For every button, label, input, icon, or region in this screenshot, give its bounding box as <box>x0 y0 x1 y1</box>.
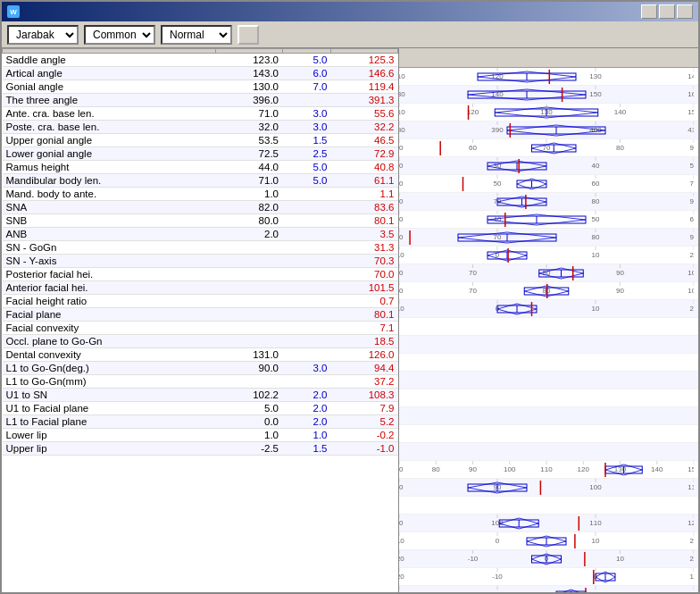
cell-label: Occl. plane to Go-Gn <box>3 335 216 348</box>
chart-svg: 110120130140 <box>399 68 694 86</box>
cell-mean: 44.0 <box>215 161 282 174</box>
chart-header <box>399 48 698 68</box>
cell-mean: 143.0 <box>215 67 282 80</box>
svg-text:130: 130 <box>589 72 602 80</box>
cell-case: 146.6 <box>331 67 398 80</box>
table-row: Saddle angle 123.0 5.0 125.3 <box>3 54 398 67</box>
data-table-area: Saddle angle 123.0 5.0 125.3 Artical ang… <box>2 48 399 592</box>
table-row: Anterior facial hei. 101.5 <box>3 281 398 295</box>
svg-text:70: 70 <box>690 180 694 188</box>
chart-row: -20-10010 <box>399 586 698 592</box>
svg-text:130: 130 <box>399 90 405 98</box>
cell-label: Saddle angle <box>3 54 216 67</box>
title-bar-left: W <box>7 5 23 18</box>
cell-label: SN - GoGn <box>3 241 216 255</box>
cell-label: Lower lip <box>3 429 216 442</box>
svg-text:20: 20 <box>690 555 694 563</box>
cell-label: Facial height ratio <box>3 295 216 308</box>
svg-text:100: 100 <box>688 269 694 277</box>
main-window: W Jarabak Common Normal <box>0 0 700 594</box>
cell-sd: 3.0 <box>282 107 331 121</box>
svg-text:80: 80 <box>399 483 404 491</box>
cell-label: Poste. cra. base len. <box>3 121 216 134</box>
cell-case: 18.5 <box>331 335 398 348</box>
chart-row: 110120130140150 <box>399 104 698 121</box>
chart-row: 708090100110120130140150 <box>399 461 698 479</box>
dropdown-common[interactable]: Common <box>84 25 155 45</box>
cell-mean: 32.0 <box>215 121 282 134</box>
chart-row <box>399 318 698 336</box>
col-sd <box>282 49 331 54</box>
svg-text:60: 60 <box>399 269 404 277</box>
svg-text:80: 80 <box>616 144 624 152</box>
cell-sd <box>282 188 331 201</box>
cell-mean <box>215 335 282 348</box>
cell-label: Gonial angle <box>3 80 216 94</box>
table-row: U1 to Facial plane 5.0 2.0 7.9 <box>3 402 398 415</box>
change-font-button[interactable] <box>238 25 259 45</box>
cell-mean <box>215 308 282 322</box>
chart-svg: 708090100110120130140150 <box>399 461 694 479</box>
maximize-button[interactable] <box>659 4 675 19</box>
table-row: Ante. cra. base len. 71.0 3.0 55.6 <box>3 107 398 121</box>
chart-row <box>399 497 698 515</box>
cell-sd: 7.0 <box>282 80 331 94</box>
cell-label: U1 to Facial plane <box>3 402 216 415</box>
col-case <box>331 49 398 54</box>
svg-text:20: 20 <box>399 162 404 170</box>
title-bar: W <box>2 2 698 21</box>
cell-mean: 130.0 <box>215 80 282 94</box>
chart-svg: -20-10010 <box>399 568 694 586</box>
chart-svg: 130140150160 <box>399 86 694 104</box>
cell-label: SNB <box>3 214 216 228</box>
dropdown-jarabak[interactable]: Jarabak <box>7 25 79 45</box>
cell-sd: 2.0 <box>282 389 331 402</box>
svg-text:110: 110 <box>540 465 553 473</box>
svg-text:90: 90 <box>469 465 477 473</box>
chart-svg: -20-10010 <box>399 586 694 592</box>
svg-text:50: 50 <box>494 180 502 188</box>
chart-svg: -1001020 <box>399 532 694 550</box>
cell-case: 83.6 <box>331 201 398 214</box>
close-button[interactable] <box>677 4 693 19</box>
chart-row: 130140150160 <box>399 86 698 104</box>
cell-mean <box>215 281 282 295</box>
chart-svg: 30405060 <box>399 211 694 229</box>
cell-label: The three angle <box>3 94 216 107</box>
svg-text:60: 60 <box>399 233 404 241</box>
chart-row: 20304050 <box>399 157 698 175</box>
svg-text:140: 140 <box>614 108 627 116</box>
svg-text:-10: -10 <box>468 555 479 563</box>
svg-text:380: 380 <box>399 126 405 134</box>
cell-mean: 2.0 <box>215 228 282 241</box>
svg-text:90: 90 <box>399 519 404 527</box>
chart-row <box>399 407 698 425</box>
table-row: Facial convexity 7.1 <box>3 322 398 335</box>
cell-sd <box>282 255 331 268</box>
cell-mean <box>215 241 282 255</box>
svg-text:80: 80 <box>592 197 600 205</box>
cell-sd <box>282 295 331 308</box>
svg-text:30: 30 <box>399 215 404 223</box>
svg-text:60: 60 <box>690 215 694 223</box>
svg-text:20: 20 <box>690 251 694 259</box>
data-table: Saddle angle 123.0 5.0 125.3 Artical ang… <box>2 48 398 456</box>
cell-case: 3.5 <box>331 228 398 241</box>
cell-case: 1.1 <box>331 188 398 201</box>
svg-text:-10: -10 <box>492 590 503 592</box>
chart-svg: 60708090 <box>399 193 694 211</box>
minimize-button[interactable] <box>641 4 657 19</box>
table-row: Gonial angle 130.0 7.0 119.4 <box>3 80 398 94</box>
svg-text:-20: -20 <box>399 573 404 581</box>
cell-mean: 71.0 <box>215 174 282 188</box>
cell-case: 55.6 <box>331 107 398 121</box>
svg-text:50: 50 <box>690 162 694 170</box>
cell-sd <box>282 348 331 362</box>
table-row: L1 to Go-Gn(mm) 37.2 <box>3 375 398 389</box>
chart-svg: 110120130140150 <box>399 104 694 121</box>
cell-sd: 5.0 <box>282 54 331 67</box>
dropdown-normal[interactable]: Normal <box>161 25 232 45</box>
cell-label: L1 to Go-Gn(mm) <box>3 375 216 389</box>
svg-text:90: 90 <box>690 197 694 205</box>
table-row: L1 to Go-Gn(deg.) 90.0 3.0 94.4 <box>3 362 398 375</box>
